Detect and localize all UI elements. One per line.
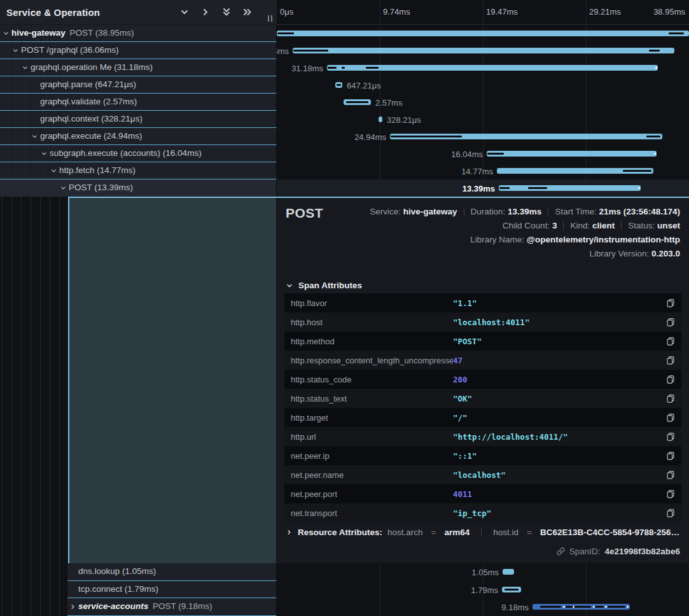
span-bar[interactable] [390,134,662,139]
chevron-down-icon[interactable] [22,64,29,71]
chevron-down-icon[interactable] [50,167,57,174]
span-bar[interactable] [277,31,689,36]
span-row-name-cell[interactable]: graphql.context (328.21μs) [0,111,277,128]
span-bar[interactable] [379,116,382,122]
meta-value: unset [657,221,680,230]
critical-path-segment [623,170,651,172]
span-row-timeline-cell[interactable]: 9.18ms [277,598,689,616]
copy-icon[interactable] [666,318,675,326]
chevron-right-icon[interactable] [69,603,76,610]
span-attributes-title: Span Attributes [298,281,362,290]
copy-icon[interactable] [666,356,675,365]
span-row-timeline-cell[interactable]: 36.06ms [277,42,689,59]
span-row-name-cell[interactable]: hive-gateway POST (38.95ms) [0,25,277,42]
link-icon[interactable] [557,547,565,556]
attribute-value: 47 [453,356,661,365]
span-attributes-header[interactable]: Span Attributes [286,281,362,290]
copy-icon[interactable] [666,375,675,384]
span-name: graphql.execute (24.94ms) [40,131,143,141]
equals-sign: = [431,528,436,537]
span-row-timeline-cell[interactable]: 38.95ms [277,25,689,42]
span-bar[interactable] [497,168,653,174]
span-bar[interactable] [344,99,371,105]
expand-one-icon[interactable] [200,7,211,17]
copy-icon[interactable] [666,298,675,307]
span-row-name-cell[interactable]: http.fetch (14.77ms) [0,162,277,179]
span-row-name-cell[interactable]: dns.lookup (1.05ms) [67,563,277,581]
tree-toolbar [179,7,253,17]
collapse-one-icon[interactable] [179,7,190,17]
chevron-down-icon[interactable] [41,150,48,157]
critical-path-segment [487,153,504,155]
chevron-down-icon[interactable] [31,133,38,140]
span-duration-label: 13.39ms [463,184,495,193]
span-bar[interactable] [487,151,657,157]
span-event-dot [638,187,640,189]
span-bar[interactable] [335,82,342,88]
copy-icon[interactable] [666,394,675,403]
copy-icon[interactable] [666,413,675,422]
span-row-timeline-cell[interactable]: 1.05ms [277,563,689,581]
span-row-timeline-cell[interactable]: 647.21μs [277,76,689,94]
span-duration-label: 647.21μs [347,81,381,90]
span-duration-label: 16.04ms [451,150,483,159]
span-row-timeline-cell[interactable]: 1.79ms [277,581,689,599]
span-row-timeline-cell[interactable]: 328.21μs [277,111,689,128]
span-name: graphql.context (328.21μs) [40,114,143,123]
copy-icon[interactable] [666,470,675,479]
attribute-key: http.method [291,337,453,346]
span-name: graphql.validate (2.57ms) [40,97,137,106]
expand-all-icon[interactable] [242,7,253,17]
span-bar[interactable] [502,587,521,592]
span-row-timeline-cell[interactable]: 16.04ms [277,145,689,162]
span-bar[interactable] [532,604,630,610]
span-name: tcp.connect (1.79ms) [78,584,158,594]
copy-icon[interactable] [666,451,675,460]
attribute-key: http.host [291,318,453,327]
panel-resize-handle[interactable] [268,15,272,22]
span-row-name-cell[interactable]: tcp.connect (1.79ms) [67,581,277,599]
span-row-name-cell[interactable]: graphql.parse (647.21μs) [0,76,277,94]
attribute-key: net.peer.name [291,470,453,480]
meta-value: 0.203.0 [651,249,680,258]
span-row-name-cell[interactable]: graphql.operation Me (31.18ms) [0,59,277,76]
span-bar[interactable] [327,65,658,71]
chevron-down-icon[interactable] [12,47,19,54]
span-row-name-cell[interactable]: graphql.validate (2.57ms) [0,94,277,111]
attribute-value: "POST" [453,337,661,346]
meta-label: Library Name: [470,235,527,244]
span-row-name-cell[interactable]: graphql.execute (24.94ms) [0,128,277,145]
span-row: service-accounts POST (9.18ms)9.18ms [0,598,689,616]
copy-icon[interactable] [666,432,675,441]
span-bar[interactable] [293,48,674,53]
chevron-down-icon[interactable] [3,30,10,37]
resource-value: arm64 [444,528,470,537]
span-row-timeline-cell[interactable]: 2.57ms [277,94,689,111]
resource-attributes-row[interactable]: Resource Attributes:host.arch=arm64host.… [286,528,681,537]
divider [464,207,464,216]
copy-icon[interactable] [666,489,675,498]
span-id-value: 4e21998f3b82abe6 [604,547,680,556]
span-bar[interactable] [499,185,641,191]
span-row-timeline-cell[interactable]: 13.39ms [277,179,689,197]
attribute-value: 200 [453,375,661,384]
critical-path-segment [649,50,660,52]
span-row-name-cell[interactable]: POST (13.39ms) [0,179,277,197]
span-row-name-cell[interactable]: service-accounts POST (9.18ms) [67,598,277,616]
collapse-all-icon[interactable] [221,7,232,17]
copy-icon[interactable] [666,337,675,346]
span-bar[interactable] [503,569,514,575]
span-row-timeline-cell[interactable]: 24.94ms [277,128,689,145]
span-row-name-cell[interactable]: POST /graphql (36.06ms) [0,42,277,59]
trace-viewer: Service & Operation 0μs9.74ms19.47ms29.2… [0,0,689,616]
critical-path-segment [293,50,328,52]
span-row-name-cell[interactable]: subgraph.execute (accounts) (16.04ms) [0,145,277,162]
copy-icon[interactable] [666,508,675,517]
service-name: hive-gateway [11,28,66,38]
critical-path-segment [337,84,341,86]
span-row-timeline-cell[interactable]: 31.18ms [277,59,689,76]
meta-label: Kind: [570,221,592,230]
span-row-timeline-cell[interactable]: 14.77ms [277,162,689,179]
attribute-row: http.url"http://localhost:4011/" [284,427,681,446]
chevron-down-icon[interactable] [60,185,67,192]
